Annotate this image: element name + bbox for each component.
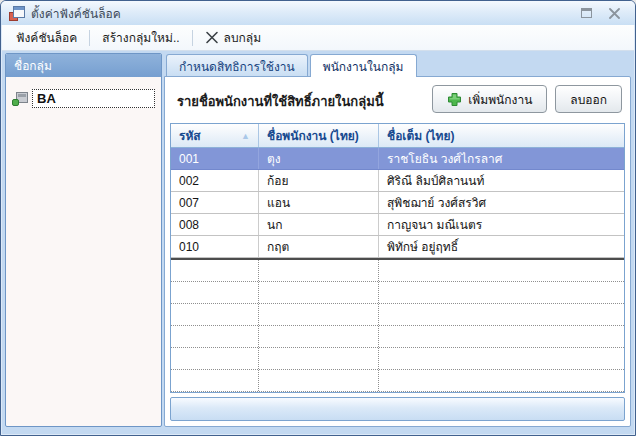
- section-title: รายชื่อพนักงานที่ใช้สิทธิ์ภายในกลุ่มนี้: [177, 91, 384, 112]
- toolbar-function-lock-button[interactable]: ฟังค์ชันล็อค: [8, 25, 85, 50]
- sidebar-header: ชื่อกลุ่ม: [6, 54, 161, 77]
- table-footer-bar: [170, 397, 625, 421]
- column-header-fullname-label: ชื่อเต็ม (ไทย): [387, 126, 454, 145]
- empty-cell: [379, 348, 624, 369]
- empty-cell: [379, 326, 624, 347]
- cell-nickname: ก้อย: [259, 170, 379, 191]
- cell-nickname: นก: [259, 214, 379, 235]
- toolbar-delete-group-label: ลบกลุ่ม: [224, 28, 262, 47]
- empty-cell: [259, 348, 379, 369]
- tab-panel: รายชื่อพนักงานที่ใช้สิทธิ์ภายในกลุ่มนี้ …: [164, 76, 631, 427]
- column-header-nickname-label: ชื่อพนักงาน (ไทย): [267, 126, 359, 145]
- table-row[interactable]: 007 แอน สุพิชฌาย์ วงศ์สรวิศ: [171, 192, 624, 214]
- empty-cell: [259, 260, 379, 281]
- cell-nickname: กฤต: [259, 236, 379, 257]
- table-row[interactable]: 008 นก กาญจนา มณีเนตร: [171, 214, 624, 236]
- empty-cell: [171, 348, 259, 369]
- cell-fullname: สุพิชฌาย์ วงศ์สรวิศ: [379, 192, 624, 213]
- cell-code: 010: [171, 236, 259, 257]
- empty-table-row: [171, 348, 624, 370]
- title-bar: ตั้งค่าฟังค์ชันล็อค: [1, 1, 635, 25]
- group-item-ba[interactable]: BA: [12, 89, 155, 108]
- empty-cell: [259, 326, 379, 347]
- sort-ascending-icon: ▲: [235, 131, 250, 141]
- group-tree: BA: [6, 77, 161, 120]
- empty-cell: [259, 370, 379, 391]
- maximize-button[interactable]: [579, 7, 593, 19]
- empty-table-row: [171, 282, 624, 304]
- empty-cell: [171, 304, 259, 325]
- toolbar: ฟังค์ชันล็อค สร้างกลุ่มใหม่.. ลบกลุ่ม: [2, 25, 634, 51]
- column-header-nickname[interactable]: ชื่อพนักงาน (ไทย): [259, 124, 379, 147]
- empty-cell: [171, 392, 259, 393]
- cell-code: 002: [171, 170, 259, 191]
- empty-table-row: [171, 370, 624, 392]
- add-employee-label: เพิ่มพนักงาน: [468, 90, 532, 109]
- column-header-code[interactable]: รหัส ▲: [171, 124, 259, 147]
- window-controls: [579, 7, 621, 19]
- close-icon: [609, 8, 620, 19]
- empty-cell: [171, 260, 259, 281]
- maximize-icon: [581, 8, 592, 18]
- add-employee-button[interactable]: เพิ่มพนักงาน: [432, 85, 547, 113]
- tab-employees-in-group[interactable]: พนักงานในกลุ่ม: [310, 54, 417, 77]
- table-header-row: รหัส ▲ ชื่อพนักงาน (ไทย) ชื่อเต็ม (ไทย): [171, 124, 624, 148]
- main-area: กำหนดสิทธิการใช้งาน พนักงานในกลุ่ม รายชื…: [164, 53, 631, 427]
- form-icon: [9, 6, 25, 21]
- cell-nickname: ตุง: [259, 148, 379, 169]
- empty-table-row: [171, 392, 624, 393]
- column-header-code-label: รหัส: [179, 126, 201, 145]
- empty-cell: [171, 326, 259, 347]
- action-buttons: เพิ่มพนักงาน ลบออก: [432, 85, 622, 113]
- group-icon: [12, 92, 28, 106]
- toolbar-delete-group-button[interactable]: ลบกลุ่ม: [197, 25, 270, 50]
- tab-permissions[interactable]: กำหนดสิทธิการใช้งาน: [166, 54, 308, 76]
- empty-cell: [259, 392, 379, 393]
- cell-fullname: กาญจนา มณีเนตร: [379, 214, 624, 235]
- cell-fullname: ราชโยธิน วงศ์ไกรลาศ: [379, 148, 624, 169]
- empty-table-row: [171, 260, 624, 282]
- empty-rows-area: [171, 260, 624, 393]
- tab-strip: กำหนดสิทธิการใช้งาน พนักงานในกลุ่ม: [164, 53, 631, 76]
- empty-table-row: [171, 304, 624, 326]
- employee-table: รหัส ▲ ชื่อพนักงาน (ไทย) ชื่อเต็ม (ไทย) …: [170, 123, 625, 393]
- remove-label: ลบออก: [570, 90, 607, 109]
- close-button[interactable]: [607, 7, 621, 19]
- window-title: ตั้งค่าฟังค์ชันล็อค: [31, 4, 579, 23]
- x-delete-icon: [205, 31, 219, 44]
- remove-button[interactable]: ลบออก: [555, 85, 622, 113]
- app-window: ตั้งค่าฟังค์ชันล็อค ฟังค์ชันล็อค สร้างกล…: [0, 0, 636, 436]
- cell-fullname: พิทักษ์ อยู่ฤทธิ์: [379, 236, 624, 257]
- empty-cell: [379, 392, 624, 393]
- empty-cell: [171, 370, 259, 391]
- sidebar: ชื่อกลุ่ม BA: [5, 53, 162, 427]
- empty-cell: [259, 304, 379, 325]
- cell-code: 007: [171, 192, 259, 213]
- empty-cell: [379, 282, 624, 303]
- empty-cell: [379, 304, 624, 325]
- column-header-fullname[interactable]: ชื่อเต็ม (ไทย): [379, 124, 624, 147]
- table-body: 001 ตุง ราชโยธิน วงศ์ไกรลาศ 002 ก้อย ศิร…: [171, 148, 624, 260]
- table-row[interactable]: 002 ก้อย ศิริณี ลิมป์ศิลานนท์: [171, 170, 624, 192]
- toolbar-separator: [192, 30, 193, 46]
- empty-cell: [259, 282, 379, 303]
- table-row[interactable]: 010 กฤต พิทักษ์ อยู่ฤทธิ์: [171, 236, 624, 258]
- cell-nickname: แอน: [259, 192, 379, 213]
- group-label: BA: [32, 89, 155, 108]
- cell-code: 001: [171, 148, 259, 169]
- empty-cell: [171, 282, 259, 303]
- table-row[interactable]: 001 ตุง ราชโยธิน วงศ์ไกรลาศ: [171, 148, 624, 170]
- toolbar-new-group-button[interactable]: สร้างกลุ่มใหม่..: [94, 25, 187, 50]
- empty-cell: [379, 260, 624, 281]
- empty-table-row: [171, 326, 624, 348]
- cell-fullname: ศิริณี ลิมป์ศิลานนท์: [379, 170, 624, 191]
- cell-code: 008: [171, 214, 259, 235]
- toolbar-separator: [89, 30, 90, 46]
- empty-cell: [379, 370, 624, 391]
- plus-icon: [447, 92, 462, 107]
